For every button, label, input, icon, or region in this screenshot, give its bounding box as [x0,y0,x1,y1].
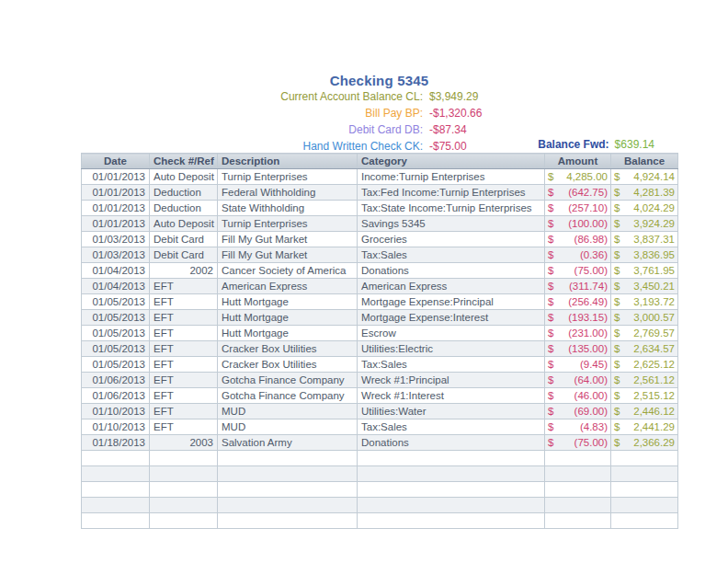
cell-check-ref[interactable]: EFT [150,404,218,419]
empty-cell[interactable] [545,466,611,482]
cell-check-ref[interactable]: 2003 [150,435,218,451]
cell-category[interactable]: Tax:Sales [358,247,545,263]
cell-balance[interactable]: $4,924.14 [611,169,678,185]
cell-category[interactable]: Tax:Sales [358,419,545,435]
empty-cell[interactable] [545,482,611,498]
empty-cell[interactable] [150,513,218,529]
cell-amount[interactable]: $(0.36) [545,247,611,263]
cell-amount[interactable]: $(311.74) [545,279,611,294]
cell-amount[interactable]: $(193.15) [545,310,611,326]
cell-check-ref[interactable]: EFT [150,341,218,357]
cell-balance[interactable]: $2,634.57 [611,341,678,357]
cell-date[interactable]: 01/06/2013 [82,373,150,388]
cell-category[interactable]: Savings 5345 [358,216,545,232]
cell-amount[interactable]: $(46.00) [545,388,611,404]
column-header-amount[interactable]: Amount [545,154,611,169]
cell-date[interactable]: 01/01/2013 [82,169,150,185]
empty-cell[interactable] [218,451,358,466]
cell-balance[interactable]: $3,837.31 [611,232,678,247]
cell-check-ref[interactable]: EFT [150,326,218,341]
empty-cell[interactable] [545,498,611,513]
empty-cell[interactable] [545,513,611,529]
cell-description[interactable]: Cracker Box Utilities [218,341,358,357]
cell-balance[interactable]: $3,193.72 [611,294,678,310]
empty-cell[interactable] [358,451,545,466]
cell-check-ref[interactable]: EFT [150,310,218,326]
cell-description[interactable]: Turnip Enterprises [218,216,358,232]
cell-date[interactable]: 01/05/2013 [82,294,150,310]
cell-balance[interactable]: $2,441.29 [611,419,678,435]
empty-cell[interactable] [545,451,611,466]
cell-check-ref[interactable]: Auto Deposit [150,169,218,185]
cell-date[interactable]: 01/04/2013 [82,263,150,279]
empty-cell[interactable] [82,482,150,498]
empty-cell[interactable] [358,482,545,498]
cell-date[interactable]: 01/05/2013 [82,326,150,341]
cell-check-ref[interactable]: EFT [150,388,218,404]
empty-cell[interactable] [358,466,545,482]
cell-date[interactable]: 01/03/2013 [82,232,150,247]
empty-cell[interactable] [611,466,678,482]
cell-date[interactable]: 01/10/2013 [82,419,150,435]
cell-date[interactable]: 01/01/2013 [82,185,150,201]
column-header-date[interactable]: Date [82,154,150,169]
cell-amount[interactable]: $(86.98) [545,232,611,247]
cell-balance[interactable]: $2,446.12 [611,404,678,419]
cell-balance[interactable]: $3,836.95 [611,247,678,263]
cell-category[interactable]: Utilities:Electric [358,341,545,357]
cell-description[interactable]: Hutt Mortgage [218,294,358,310]
cell-category[interactable]: Tax:Fed Income:Turnip Enterprises [358,185,545,201]
cell-category[interactable]: Donations [358,263,545,279]
cell-category[interactable]: Groceries [358,232,545,247]
cell-description[interactable]: MUD [218,419,358,435]
empty-cell[interactable] [82,466,150,482]
empty-cell[interactable] [150,498,218,513]
cell-amount[interactable]: $(64.00) [545,373,611,388]
empty-cell[interactable] [218,482,358,498]
cell-date[interactable]: 01/01/2013 [82,216,150,232]
cell-check-ref[interactable]: EFT [150,373,218,388]
empty-cell[interactable] [358,513,545,529]
cell-check-ref[interactable]: EFT [150,294,218,310]
cell-date[interactable]: 01/18/2013 [82,435,150,451]
cell-balance[interactable]: $2,561.12 [611,373,678,388]
cell-balance[interactable]: $3,924.29 [611,216,678,232]
cell-check-ref[interactable]: Deduction [150,201,218,216]
cell-amount[interactable]: $(75.00) [545,435,611,451]
cell-category[interactable]: Income:Turnip Enterprises [358,169,545,185]
cell-amount[interactable]: $(231.00) [545,326,611,341]
cell-date[interactable]: 01/10/2013 [82,404,150,419]
cell-check-ref[interactable]: 2002 [150,263,218,279]
cell-amount[interactable]: $(256.49) [545,294,611,310]
cell-check-ref[interactable]: Auto Deposit [150,216,218,232]
column-header-description[interactable]: Description [218,154,358,169]
cell-check-ref[interactable]: EFT [150,419,218,435]
cell-check-ref[interactable]: Debit Card [150,247,218,263]
cell-amount[interactable]: $(69.00) [545,404,611,419]
cell-check-ref[interactable]: EFT [150,357,218,373]
empty-cell[interactable] [150,466,218,482]
cell-balance[interactable]: $4,281.39 [611,185,678,201]
cell-check-ref[interactable]: Deduction [150,185,218,201]
empty-cell[interactable] [611,451,678,466]
cell-description[interactable]: Gotcha Finance Company [218,388,358,404]
cell-amount[interactable]: $(257.10) [545,201,611,216]
cell-amount[interactable]: $(4.83) [545,419,611,435]
cell-category[interactable]: American Express [358,279,545,294]
cell-category[interactable]: Utilities:Water [358,404,545,419]
cell-category[interactable]: Donations [358,435,545,451]
cell-category[interactable]: Mortgage Expense:Principal [358,294,545,310]
cell-description[interactable]: Fill My Gut Market [218,247,358,263]
cell-check-ref[interactable]: EFT [150,279,218,294]
cell-date[interactable]: 01/05/2013 [82,357,150,373]
cell-balance[interactable]: $2,769.57 [611,326,678,341]
empty-cell[interactable] [358,498,545,513]
column-header-category[interactable]: Category [358,154,545,169]
cell-balance[interactable]: $3,450.21 [611,279,678,294]
cell-check-ref[interactable]: Debit Card [150,232,218,247]
empty-cell[interactable] [218,513,358,529]
cell-description[interactable]: Fill My Gut Market [218,232,358,247]
empty-cell[interactable] [218,466,358,482]
cell-date[interactable]: 01/04/2013 [82,279,150,294]
cell-description[interactable]: Hutt Mortgage [218,326,358,341]
